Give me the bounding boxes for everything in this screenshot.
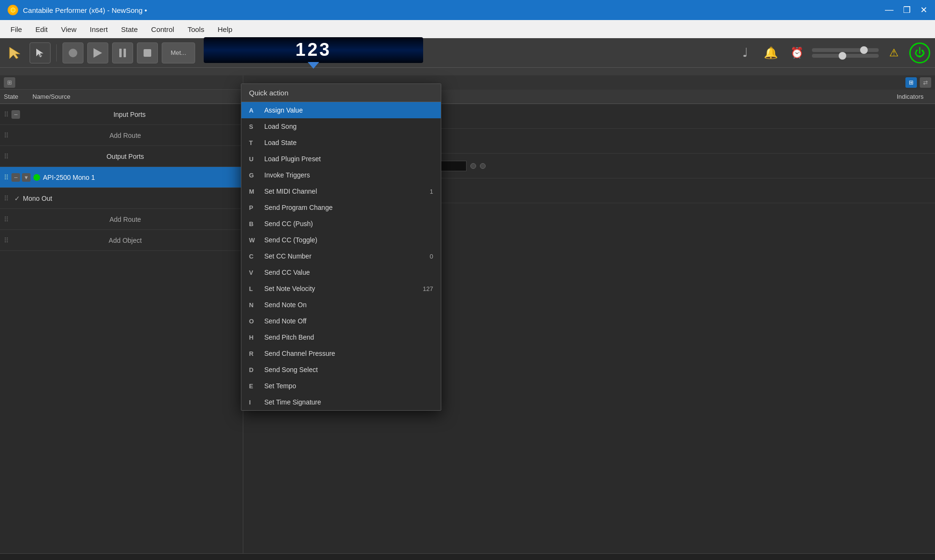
menu-state[interactable]: State [114, 23, 145, 35]
menu-edit[interactable]: Edit [29, 23, 54, 35]
popup-item-key: I [249, 399, 258, 406]
note-icon[interactable]: ♩ [735, 42, 756, 63]
table-row[interactable]: ⠿ − Input Ports [0, 104, 243, 125]
menu-tools[interactable]: Tools [181, 23, 211, 35]
stop-button[interactable] [137, 42, 158, 63]
menu-control[interactable]: Control [145, 23, 181, 35]
popup-item[interactable]: ULoad Plugin Preset [241, 151, 441, 167]
transport-arrow-bar [0, 68, 935, 75]
popup-items-container: AAssign ValueSLoad SongTLoad StateULoad … [241, 102, 441, 410]
play-button[interactable] [87, 42, 108, 63]
popup-item-key: U [249, 156, 258, 163]
popup-item-label: Load State [264, 139, 433, 146]
popup-item[interactable]: VSend CC Value [241, 264, 441, 280]
app-title: Cantabile Performer (x64) - NewSong • [23, 6, 885, 14]
table-row[interactable]: ⠿ Add Route [0, 125, 243, 146]
popup-item-label: Send Note On [264, 301, 433, 309]
minimize-button[interactable]: — [885, 5, 893, 15]
table-row[interactable]: ⠿ − ▼ API-2500 Mono 1 [0, 167, 243, 188]
svg-marker-0 [10, 47, 20, 59]
warning-icon[interactable]: ⚠ [883, 42, 904, 63]
record-button[interactable] [62, 42, 83, 63]
popup-item[interactable]: HSend Pitch Bend [241, 329, 441, 345]
popup-item-value: 1 [430, 188, 433, 195]
master-slider-bottom[interactable] [812, 54, 879, 58]
menu-view[interactable]: View [54, 23, 83, 35]
share-button[interactable]: ⇄ [920, 77, 931, 88]
restore-button[interactable]: ❐ [903, 5, 911, 15]
popup-item[interactable]: PSend Program Change [241, 199, 441, 216]
popup-title: Quick action [241, 84, 441, 102]
state-col-header: State [4, 93, 32, 100]
popup-item[interactable]: DSend Song Select [241, 362, 441, 378]
master-slider-top[interactable] [812, 48, 879, 52]
popup-item[interactable]: OSend Note Off [241, 313, 441, 329]
clock-icon[interactable]: ⏰ [786, 42, 807, 63]
close-button[interactable]: ✕ [920, 5, 927, 15]
metronome-button[interactable]: Met... [162, 42, 195, 63]
popup-item[interactable]: TLoad State [241, 135, 441, 151]
popup-item-key: H [249, 334, 258, 341]
pause-button[interactable] [112, 42, 133, 63]
popup-item-value: 0 [430, 253, 433, 260]
svg-rect-2 [39, 55, 42, 56]
popup-item-label: Set CC Number [264, 252, 423, 260]
transport-display: 123 [204, 37, 423, 63]
popup-item-key: C [249, 253, 258, 260]
app-icon: ⬡ [8, 5, 18, 15]
popup-item[interactable]: ESet Tempo [241, 378, 441, 394]
popup-item[interactable]: NSend Note On [241, 297, 441, 313]
popup-item-label: Set Note Velocity [264, 285, 416, 292]
popup-item-label: Send CC (Push) [264, 220, 433, 228]
popup-item[interactable]: WSend CC (Toggle) [241, 232, 441, 248]
table-row[interactable]: ⠿ Output Ports [0, 146, 243, 167]
collapse-button[interactable]: − [11, 110, 20, 119]
mute-indicator[interactable] [470, 163, 476, 169]
popup-item-key: A [249, 107, 258, 114]
name-col-header: Name/Source [32, 93, 239, 100]
main-content: ⊞ State Name/Source ⠿ − Input Ports ⠿ Ad… [0, 75, 935, 553]
horizontal-scrollbar[interactable] [0, 553, 935, 560]
menu-help[interactable]: Help [211, 23, 239, 35]
table-row[interactable]: ⠿ Add Object [0, 230, 243, 251]
popup-item-key: O [249, 318, 258, 325]
menu-file[interactable]: File [4, 23, 29, 35]
popup-item-label: Invoke Triggers [264, 171, 433, 179]
popup-item[interactable]: AAssign Value [241, 102, 441, 118]
popup-item-label: Send Pitch Bend [264, 333, 433, 341]
popup-item-label: Assign Value [264, 106, 433, 114]
popup-item-key: D [249, 366, 258, 373]
metronome-icon[interactable]: 🔔 [760, 42, 781, 63]
title-bar: ⬡ Cantabile Performer (x64) - NewSong • … [0, 0, 935, 20]
popup-item-label: Send CC Value [264, 269, 433, 276]
logo-button[interactable] [5, 42, 26, 63]
check-icon: ✓ [11, 195, 23, 202]
popup-item-key: R [249, 350, 258, 357]
popup-item[interactable]: LSet Note Velocity127 [241, 280, 441, 297]
popup-item[interactable]: MSet MIDI Channel1 [241, 183, 441, 199]
popup-item-key: V [249, 269, 258, 276]
pointer-tool[interactable] [30, 42, 51, 63]
power-button[interactable]: ⏻ [909, 42, 930, 63]
grid-icon[interactable]: ⊞ [4, 77, 15, 88]
popup-item[interactable]: RSend Channel Pressure [241, 345, 441, 362]
expand-button[interactable]: ▼ [22, 173, 31, 182]
popup-item-key: W [249, 237, 258, 244]
add-route-2-label: Add Route [11, 216, 239, 223]
table-row[interactable]: ⠿ Add Route [0, 209, 243, 230]
popup-item[interactable]: SLoad Song [241, 118, 441, 135]
popup-item[interactable]: BSend CC (Push) [241, 216, 441, 232]
drag-handle: ⠿ [4, 195, 9, 202]
popup-item-key: P [249, 204, 258, 211]
popup-item[interactable]: GInvoke Triggers [241, 167, 441, 183]
table-row[interactable]: ⠿ ✓ Mono Out [0, 188, 243, 209]
popup-item-key: L [249, 285, 258, 292]
popup-item[interactable]: ISet Time Signature [241, 394, 441, 410]
drag-handle: ⠿ [4, 111, 9, 118]
popup-item[interactable]: CSet CC Number0 [241, 248, 441, 264]
view-grid-button[interactable]: ⊞ [905, 77, 917, 88]
drag-handle: ⠿ [4, 216, 9, 223]
menu-insert[interactable]: Insert [83, 23, 114, 35]
collapse-button[interactable]: − [11, 173, 20, 182]
mute-indicator-2[interactable] [480, 163, 486, 169]
